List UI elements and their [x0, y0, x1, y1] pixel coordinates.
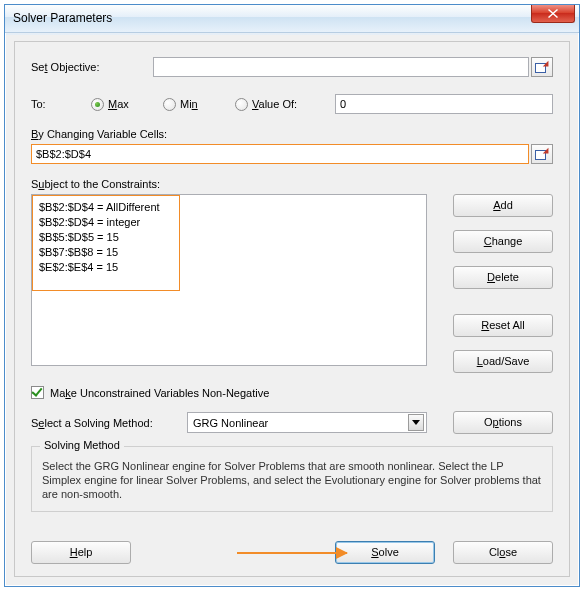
annotation-arrow — [237, 552, 347, 554]
constraint-line[interactable]: $B$5:$D$5 = 15 — [39, 230, 173, 245]
solve-button[interactable]: Solve — [335, 541, 435, 564]
radio-icon — [163, 98, 176, 111]
solver-parameters-dialog: Solver Parameters Set Objective: To: — [4, 4, 580, 587]
close-button[interactable]: Close — [453, 541, 553, 564]
close-icon — [548, 9, 558, 18]
constraint-line[interactable]: $B$2:$D$4 = AllDifferent — [39, 200, 173, 215]
changing-cells-input[interactable] — [31, 144, 529, 164]
options-button[interactable]: Options — [453, 411, 553, 434]
titlebar[interactable]: Solver Parameters — [5, 5, 579, 33]
objective-range-picker-button[interactable] — [531, 57, 553, 77]
solving-method-description: Select the GRG Nonlinear engine for Solv… — [42, 459, 542, 501]
dialog-body: Set Objective: To: Max Min Value Of: — [14, 41, 570, 577]
radio-icon — [91, 98, 104, 111]
delete-button[interactable]: Delete — [453, 266, 553, 289]
constraint-line[interactable]: $B$2:$D$4 = integer — [39, 215, 173, 230]
reset-all-button[interactable]: Reset All — [453, 314, 553, 337]
set-objective-label: Set Objective: — [31, 61, 153, 73]
range-picker-icon — [535, 148, 549, 160]
radio-max[interactable]: Max — [91, 98, 163, 111]
constraints-highlight: $B$2:$D$4 = AllDifferent $B$2:$D$4 = int… — [32, 195, 180, 291]
radio-min[interactable]: Min — [163, 98, 235, 111]
change-button[interactable]: Change — [453, 230, 553, 253]
constraints-label: Subject to the Constraints: — [31, 178, 553, 190]
solving-method-label: Select a Solving Method: — [31, 417, 187, 429]
set-objective-input[interactable] — [153, 57, 529, 77]
solving-method-group: Solving Method Select the GRG Nonlinear … — [31, 446, 553, 512]
radio-icon — [235, 98, 248, 111]
nonneg-checkbox[interactable]: Make Unconstrained Variables Non-Negativ… — [31, 386, 553, 399]
value-of-input[interactable] — [335, 94, 553, 114]
to-label: To: — [31, 98, 91, 110]
window-close-button[interactable] — [531, 5, 575, 23]
checkbox-icon — [31, 386, 44, 399]
range-picker-icon — [535, 61, 549, 73]
load-save-button[interactable]: Load/Save — [453, 350, 553, 373]
changing-cells-range-picker-button[interactable] — [531, 144, 553, 164]
solving-method-value: GRG Nonlinear — [193, 417, 268, 429]
changing-cells-label: By Changing Variable Cells: — [31, 128, 553, 140]
window-title: Solver Parameters — [13, 11, 112, 25]
radio-value-of[interactable]: Value Of: — [235, 98, 327, 111]
solving-method-group-label: Solving Method — [40, 439, 124, 451]
constraint-line[interactable]: $E$2:$E$4 = 15 — [39, 260, 173, 275]
constraints-listbox[interactable]: $B$2:$D$4 = AllDifferent $B$2:$D$4 = int… — [31, 194, 427, 366]
help-button[interactable]: Help — [31, 541, 131, 564]
add-button[interactable]: Add — [453, 194, 553, 217]
solving-method-select[interactable]: GRG Nonlinear — [187, 412, 427, 433]
chevron-down-icon — [408, 414, 424, 431]
constraint-line[interactable]: $B$7:$B$8 = 15 — [39, 245, 173, 260]
